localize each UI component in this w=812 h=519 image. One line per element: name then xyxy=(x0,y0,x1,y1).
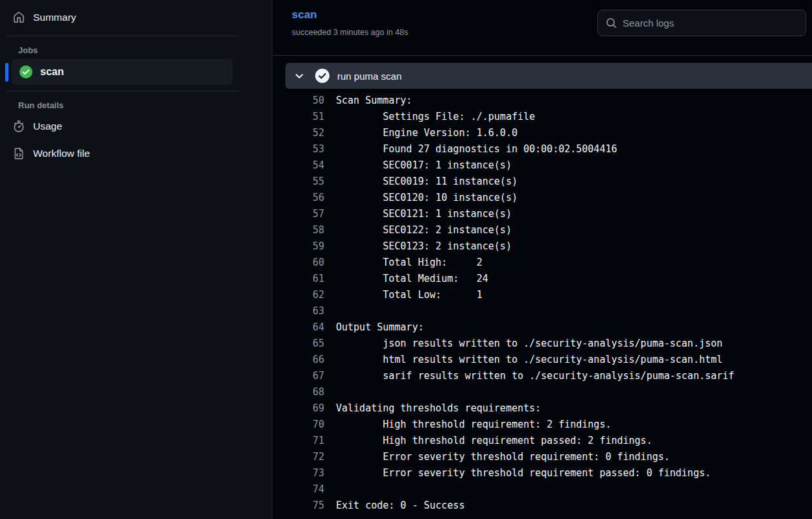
log-line-number[interactable]: 67 xyxy=(285,368,324,384)
step-header-run-puma-scan[interactable]: run puma scan xyxy=(285,63,812,89)
sidebar-item-job-scan[interactable]: scan xyxy=(12,59,233,85)
step-success-check-circle-icon xyxy=(315,69,329,83)
log-line[interactable]: 67 sarif results written to ./security-a… xyxy=(285,368,812,384)
log-line-number[interactable]: 51 xyxy=(285,109,324,125)
log-line-text: SEC0123: 2 instance(s) xyxy=(324,238,512,255)
log-line-text: Error severity threshold requirement: 0 … xyxy=(324,449,670,465)
log-line-number[interactable]: 65 xyxy=(285,336,324,352)
log-line-text: html results written to ./security-analy… xyxy=(324,352,722,368)
search-logs-input[interactable] xyxy=(623,17,798,29)
sidebar-item-label: Workflow file xyxy=(33,148,90,159)
log-line-text: High threshold requirement passed: 2 fin… xyxy=(324,433,652,449)
job-status-text: succeeded 3 minutes ago in 48s xyxy=(292,28,408,37)
sidebar-divider xyxy=(6,91,239,91)
log-line-number[interactable]: 62 xyxy=(285,287,324,303)
log-line-text xyxy=(324,384,336,400)
log-viewer: run puma scan 50 Scan Summary: 51 Settin… xyxy=(285,63,812,519)
log-line-text: Total High: 2 xyxy=(324,255,483,271)
log-line-number[interactable]: 54 xyxy=(285,157,324,174)
log-line-text: Settings File: ./.pumafile xyxy=(324,109,535,125)
log-line-number[interactable]: 69 xyxy=(285,400,324,417)
log-line[interactable]: 69 Validating thresholds requirements: xyxy=(285,400,812,417)
log-line-number[interactable]: 60 xyxy=(285,255,324,271)
job-header: scan succeeded 3 minutes ago in 48s xyxy=(273,0,812,56)
log-line[interactable]: 62 Total Low: 1 xyxy=(285,287,812,303)
log-line-number[interactable]: 66 xyxy=(285,352,324,368)
log-line-text: High threshold requirement: 2 findings. xyxy=(324,417,611,433)
log-line-text: SEC0121: 1 instance(s) xyxy=(324,206,512,222)
job-name-label: scan xyxy=(40,66,64,78)
log-line[interactable]: 74 xyxy=(285,481,812,498)
log-line-number[interactable]: 74 xyxy=(285,481,324,498)
sidebar-item-workflow-file[interactable]: Workflow file xyxy=(5,141,267,166)
log-line-number[interactable]: 72 xyxy=(285,449,324,465)
log-line-number[interactable]: 63 xyxy=(285,303,324,319)
sidebar-item-summary[interactable]: Summary xyxy=(5,5,267,30)
log-line-text: Output Summary: xyxy=(324,319,424,336)
log-line-number[interactable]: 64 xyxy=(285,319,324,336)
log-line-number[interactable]: 70 xyxy=(285,417,324,433)
log-line[interactable]: 54 SEC0017: 1 instance(s) xyxy=(285,157,812,174)
log-line[interactable]: 55 SEC0019: 11 instance(s) xyxy=(285,174,812,190)
job-title-link[interactable]: scan xyxy=(292,8,317,21)
search-icon xyxy=(606,17,617,29)
log-line[interactable]: 75 Exit code: 0 - Success xyxy=(285,498,812,514)
sidebar-item-label: Usage xyxy=(33,121,62,132)
run-details-section-label: Run details xyxy=(18,100,272,110)
log-line-number[interactable]: 75 xyxy=(285,498,324,514)
log-line-number[interactable]: 61 xyxy=(285,271,324,287)
log-line[interactable]: 57 SEC0121: 1 instance(s) xyxy=(285,206,812,222)
log-line[interactable]: 61 Total Medium: 24 xyxy=(285,271,812,287)
file-code-icon xyxy=(13,148,25,159)
log-line-text: SEC0120: 10 instance(s) xyxy=(324,190,518,206)
log-line[interactable]: 64 Output Summary: xyxy=(285,319,812,336)
log-line-text: Exit code: 0 - Success xyxy=(324,498,465,514)
log-line[interactable]: 71 High threshold requirement passed: 2 … xyxy=(285,433,812,449)
log-line[interactable]: 70 High threshold requirement: 2 finding… xyxy=(285,417,812,433)
jobs-section-label: Jobs xyxy=(18,45,272,55)
log-line[interactable]: 65 json results written to ./security-an… xyxy=(285,336,812,352)
stopwatch-icon xyxy=(13,121,25,132)
search-logs-box[interactable] xyxy=(597,10,806,36)
log-line[interactable]: 66 html results written to ./security-an… xyxy=(285,352,812,368)
log-line[interactable]: 56 SEC0120: 10 instance(s) xyxy=(285,190,812,206)
log-line-text: SEC0017: 1 instance(s) xyxy=(324,157,512,174)
log-line-number[interactable]: 57 xyxy=(285,206,324,222)
sidebar-item-label: Summary xyxy=(33,12,76,23)
sidebar-divider xyxy=(6,36,239,36)
log-line-number[interactable]: 59 xyxy=(285,238,324,255)
log-line-text: Total Medium: 24 xyxy=(324,271,488,287)
log-line-number[interactable]: 50 xyxy=(285,93,324,109)
log-line[interactable]: 73 Error severity threshold requirement … xyxy=(285,465,812,481)
log-line-text: SEC0122: 2 instance(s) xyxy=(324,222,512,238)
log-line-text: SEC0019: 11 instance(s) xyxy=(324,174,518,190)
log-line[interactable]: 58 SEC0122: 2 instance(s) xyxy=(285,222,812,238)
log-line[interactable]: 51 Settings File: ./.pumafile xyxy=(285,109,812,125)
log-line[interactable]: 52 Engine Version: 1.6.0.0 xyxy=(285,125,812,141)
log-line-text: Validating thresholds requirements: xyxy=(324,400,541,417)
home-icon xyxy=(13,12,25,23)
step-name-label: run puma scan xyxy=(337,71,401,82)
log-line-number[interactable]: 73 xyxy=(285,465,324,481)
log-line-text xyxy=(324,481,336,498)
log-line-number[interactable]: 58 xyxy=(285,222,324,238)
log-line[interactable]: 50 Scan Summary: xyxy=(285,93,812,109)
log-line[interactable]: 60 Total High: 2 xyxy=(285,255,812,271)
log-line[interactable]: 63 xyxy=(285,303,812,319)
log-line-number[interactable]: 55 xyxy=(285,174,324,190)
log-line-number[interactable]: 52 xyxy=(285,125,324,141)
log-line[interactable]: 59 SEC0123: 2 instance(s) xyxy=(285,238,812,255)
sidebar-item-usage[interactable]: Usage xyxy=(5,114,267,139)
main-panel: scan succeeded 3 minutes ago in 48s run … xyxy=(273,0,812,519)
chevron-down-icon[interactable] xyxy=(294,71,304,81)
log-line[interactable]: 68 xyxy=(285,384,812,400)
log-line-number[interactable]: 68 xyxy=(285,384,324,400)
log-line[interactable]: 72 Error severity threshold requirement:… xyxy=(285,449,812,465)
log-line[interactable]: 53 Found 27 diagnostics in 00:00:02.5004… xyxy=(285,141,812,157)
log-line-number[interactable]: 71 xyxy=(285,433,324,449)
log-line-number[interactable]: 56 xyxy=(285,190,324,206)
log-line-text: sarif results written to ./security-anal… xyxy=(324,368,734,384)
active-job-indicator xyxy=(5,63,8,82)
log-line-number[interactable]: 53 xyxy=(285,141,324,157)
log-line-text: Error severity threshold requirement pas… xyxy=(324,465,711,481)
